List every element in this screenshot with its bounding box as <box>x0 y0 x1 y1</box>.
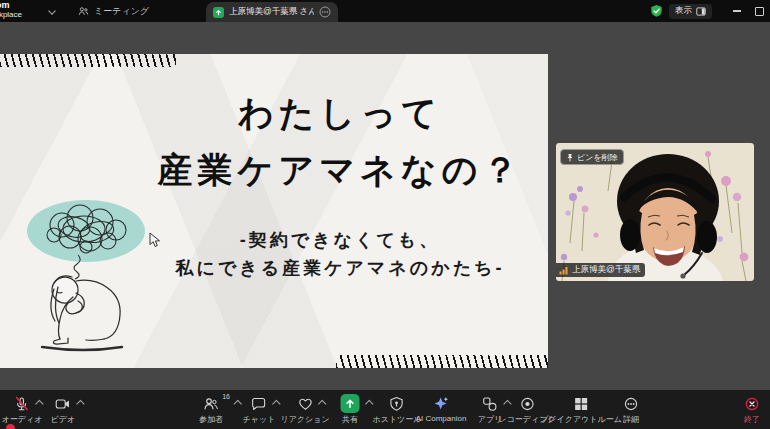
toolbar-breakout-rooms-label: ブレイクアウトルーム <box>540 414 622 425</box>
hatch-decoration-bottom <box>336 355 548 368</box>
participants-options-chevron[interactable] <box>233 400 241 408</box>
toolbar-host-tools-button[interactable]: ホストツール <box>373 394 422 425</box>
logo-line2: workplace <box>0 10 22 19</box>
slide-text-block: わたしって 産業ケアマネなの？ -契約できなくても、 私にできる産業ケアマネのか… <box>140 84 540 282</box>
tab-meetings[interactable]: ミーティング <box>72 0 155 22</box>
remove-pin-label: ピンを削除 <box>577 152 618 163</box>
toolbar-participants-label: 参加者 <box>199 414 223 425</box>
chat-options-chevron[interactable] <box>272 400 280 408</box>
recording-indicator-dot <box>6 424 15 429</box>
tab-shared-screen[interactable]: 上原博美@千葉県 さんの画面 <box>206 2 338 22</box>
view-button-label: 表示 <box>675 5 692 17</box>
more-ellipsis-icon <box>623 396 639 412</box>
participant-video-tile: ピンを削除 上原博美@千葉県 <box>556 143 754 281</box>
title-bar: zoom workplace ミーティング 上原博美@千葉県 さんの画面 <box>0 0 770 22</box>
toolbar-audio-label: オーディオ <box>2 414 43 425</box>
toolbar-more-label: 詳細 <box>623 414 639 425</box>
toolbar-chat-label: チャット <box>243 414 276 425</box>
zoom-workplace-logo: zoom workplace <box>0 1 22 19</box>
heart-icon <box>297 396 313 412</box>
meeting-content-area: わたしって 産業ケアマネなの？ -契約できなくても、 私にできる産業ケアマネのか… <box>0 22 770 390</box>
toolbar-video-button[interactable]: ビデオ <box>51 394 76 425</box>
camera-icon <box>55 396 71 412</box>
maximize-button[interactable] <box>748 0 770 22</box>
remove-pin-button[interactable]: ピンを削除 <box>560 149 624 165</box>
hatch-decoration-top <box>0 54 176 67</box>
minimize-button[interactable] <box>726 0 748 22</box>
reactions-options-chevron[interactable] <box>318 400 326 408</box>
video-options-chevron[interactable] <box>76 400 84 408</box>
share-options-chevron[interactable] <box>365 400 373 408</box>
participant-name-label: 上原博美@千葉県 <box>556 263 645 277</box>
people-icon <box>78 6 89 17</box>
slide-subtitle-line1: -契約できなくても、 <box>140 226 540 254</box>
audio-options-chevron[interactable] <box>35 400 43 408</box>
layout-view-icon <box>696 7 706 16</box>
logo-line1: zoom <box>0 1 22 10</box>
toolbar-share-label: 共有 <box>342 414 358 425</box>
toolbar-more-button[interactable]: 詳細 <box>623 394 639 425</box>
apps-icon <box>482 396 498 412</box>
security-shield-icon[interactable] <box>650 4 663 18</box>
zoom-app-window: zoom workplace ミーティング 上原博美@千葉県 さんの画面 <box>0 0 770 429</box>
screen-share-icon <box>213 7 224 18</box>
tangled-thoughts-illustration <box>24 197 156 355</box>
toolbar-ai-companion-button[interactable]: AI Companion <box>416 394 467 423</box>
end-meeting-icon <box>744 396 760 412</box>
mouse-cursor <box>149 232 161 248</box>
meeting-toolbar: オーディオ ビデオ 16 <box>0 390 770 429</box>
participants-icon <box>203 396 219 412</box>
pin-icon <box>566 153 574 162</box>
toolbar-video-label: ビデオ <box>51 414 76 425</box>
participant-name-text: 上原博美@千葉県 <box>572 264 640 276</box>
toolbar-participants-button[interactable]: 16 参加者 <box>199 394 223 425</box>
ai-sparkle-icon <box>432 395 449 412</box>
slide-subtitle-line2: 私にできる産業ケアマネのかたち- <box>140 254 540 282</box>
chat-bubble-icon <box>251 396 267 412</box>
toolbar-host-tools-label: ホストツール <box>373 414 422 425</box>
titlebar-right-controls: 表示 <box>650 0 770 22</box>
tab-meetings-label: ミーティング <box>94 5 149 18</box>
share-screen-icon <box>341 394 360 413</box>
chevron-down-icon[interactable] <box>48 7 56 15</box>
record-icon <box>519 396 535 412</box>
toolbar-reactions-button[interactable]: リアクション <box>280 394 329 425</box>
tab-shared-screen-label: 上原博美@千葉県 さんの画面 <box>229 6 314 18</box>
toolbar-ai-companion-label: AI Companion <box>416 414 467 423</box>
tab-options-ellipsis-icon[interactable] <box>319 6 331 18</box>
shield-icon <box>389 396 405 412</box>
toolbar-chat-button[interactable]: チャット <box>243 394 276 425</box>
connection-signal-icon <box>559 266 569 275</box>
breakout-grid-icon <box>573 396 589 412</box>
toolbar-share-button[interactable]: 共有 <box>341 394 360 425</box>
slide-title-line1: わたしって <box>140 84 540 141</box>
toolbar-audio-button[interactable]: オーディオ <box>2 394 43 425</box>
slide-title-line2: 産業ケアマネなの？ <box>140 141 540 198</box>
participants-count-badge: 16 <box>222 393 230 400</box>
toolbar-reactions-label: リアクション <box>280 414 329 425</box>
mic-muted-icon <box>14 396 30 412</box>
toolbar-breakout-rooms-button[interactable]: ブレイクアウトルーム <box>540 394 622 425</box>
view-button[interactable]: 表示 <box>669 4 712 19</box>
toolbar-end-label: 終了 <box>744 414 760 425</box>
shared-screen-slide: わたしって 産業ケアマネなの？ -契約できなくても、 私にできる産業ケアマネのか… <box>0 54 548 368</box>
toolbar-end-button[interactable]: 終了 <box>744 394 760 425</box>
